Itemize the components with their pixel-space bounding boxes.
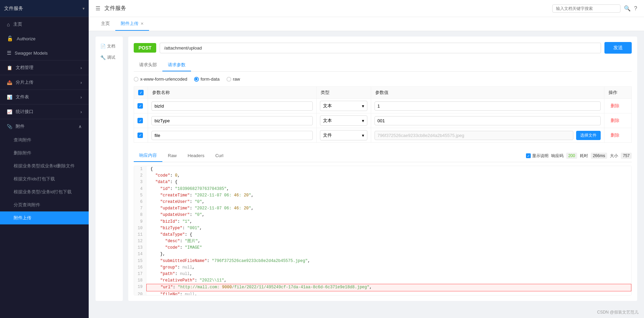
code-line: 20 "fileNo": null, xyxy=(134,291,631,295)
sidebar-group-file-table-header[interactable]: 📊 文件表 › xyxy=(0,90,89,104)
line-number: 13 xyxy=(134,245,146,251)
sidebar-group-label: 统计接口 xyxy=(16,109,33,115)
line-content: "url": "http://mall.com: 9000/file/2022/… xyxy=(146,284,631,291)
tab-close-icon[interactable]: ✕ xyxy=(141,22,144,26)
line-content: "path": null, xyxy=(146,271,631,277)
param-value-input[interactable] xyxy=(375,116,601,125)
sidebar-item-query-attachment[interactable]: 查询附件 xyxy=(0,134,89,147)
param-value-input[interactable] xyxy=(375,101,601,111)
col-param-name: 参数名称 xyxy=(148,87,317,99)
tab-attachment-upload[interactable]: 附件上传 ✕ xyxy=(115,17,149,31)
chevron-up-icon: ∧ xyxy=(78,124,82,129)
line-content: "relativePath": "2022\\11", xyxy=(146,277,631,284)
main-area: ☰ 文件服务 🔍 ? 主页 附件上传 ✕ 📄 文档 🔧 xyxy=(89,0,644,318)
tab-home[interactable]: 主页 xyxy=(96,17,115,31)
send-button[interactable]: 发送 xyxy=(604,42,632,54)
content-sidebar-debug[interactable]: 🔧 调试 xyxy=(98,52,120,63)
content-sidebar-doc[interactable]: 📄 文档 xyxy=(98,41,120,52)
line-content: "code": "IMAGE" xyxy=(146,245,631,251)
line-number: 20 xyxy=(134,291,146,295)
show-desc-checkbox[interactable] xyxy=(526,153,531,158)
param-file-value[interactable] xyxy=(375,131,573,140)
sidebar-item-page-query[interactable]: 分页查询附件 xyxy=(0,198,89,211)
line-content: "data": { xyxy=(146,179,631,185)
chevron-down-icon: ▾ xyxy=(362,118,364,123)
response-tab-headers[interactable]: Headers xyxy=(182,150,210,162)
response-code-label: 响应码 xyxy=(551,153,564,159)
line-number: 1 xyxy=(134,166,146,172)
code-line: 11 "dataType": { xyxy=(134,232,631,238)
row-checkbox[interactable] xyxy=(137,133,143,138)
param-type-select[interactable]: 文件▾ xyxy=(320,130,367,140)
sidebar-item-delete-attachment[interactable]: 删除附件 xyxy=(0,147,89,160)
sidebar-group-label: 文件表 xyxy=(16,94,29,100)
param-name-input[interactable] xyxy=(151,116,313,125)
code-line: 8 "updateUser": "0", xyxy=(134,212,631,218)
line-content: { xyxy=(146,166,631,172)
row-checkbox[interactable] xyxy=(137,118,143,123)
sidebar-service-selector[interactable]: 文件服务 ▾ xyxy=(0,0,89,17)
code-line: 4 "id": "1039068270763704385", xyxy=(134,186,631,192)
delete-row-button[interactable]: 删除 xyxy=(608,102,622,110)
code-line: 5 "createTime": "2022-11-07 06: 46: 20", xyxy=(134,192,631,199)
chevron-right-icon: › xyxy=(80,65,82,70)
search-input[interactable] xyxy=(552,4,620,13)
sub-tab-params[interactable]: 请求参数 xyxy=(162,59,191,71)
delete-row-button[interactable]: 删除 xyxy=(608,131,622,139)
line-number: 16 xyxy=(134,264,146,271)
line-content: "fileNo": null, xyxy=(146,291,631,295)
topbar-right: 🔍 ? xyxy=(552,4,637,13)
sidebar-item-swagger-models[interactable]: ☰ Swagger Models xyxy=(0,46,89,60)
select-all-checkbox[interactable] xyxy=(138,90,144,95)
sidebar-group-chunk-upload-header[interactable]: 📤 分片上传 › xyxy=(0,75,89,89)
sub-tab-headers[interactable]: 请求头部 xyxy=(134,59,162,71)
sidebar-item-authorize[interactable]: 🔓 Authorize xyxy=(0,31,89,46)
search-icon[interactable]: 🔍 xyxy=(624,5,631,12)
sidebar-group-attachment-header[interactable]: 📎 附件 ∧ xyxy=(0,119,89,134)
response-time-value: 266ms xyxy=(591,153,607,159)
watermark: CSDN @假装文艺范儿 xyxy=(597,309,639,315)
line-content: "dataType": { xyxy=(146,232,631,238)
sidebar-item-batch-download-biz[interactable]: 根据业务类型/业务id打包下载 xyxy=(0,185,89,198)
response-tabs: 响应内容 Raw Headers Curl xyxy=(134,150,632,162)
line-content: "updateUser": "0", xyxy=(146,212,631,218)
endpoint-url-input[interactable] xyxy=(160,43,601,53)
line-content: "code": 0, xyxy=(146,172,631,179)
radio-x-www[interactable]: x-www-form-urlencoded xyxy=(134,77,187,82)
code-line: 1{ xyxy=(134,166,631,172)
sidebar-item-delete-by-biz[interactable]: 根据业务类型或业务id删除文件 xyxy=(0,160,89,172)
response-tab-body[interactable]: 响应内容 xyxy=(134,150,162,162)
line-number: 7 xyxy=(134,205,146,212)
param-type-select[interactable]: 文本▾ xyxy=(320,115,367,126)
param-type-select[interactable]: 文本▾ xyxy=(320,101,367,111)
param-name-input[interactable] xyxy=(151,101,313,111)
sidebar-item-batch-download[interactable]: 根据文件ids打包下载 xyxy=(0,172,89,185)
line-content: "updateTime": "2022-11-07 06: 46: 20", xyxy=(146,205,631,212)
radio-form-data[interactable]: form-data xyxy=(194,77,220,82)
chevron-right-icon: › xyxy=(80,80,82,85)
radio-raw[interactable]: raw xyxy=(226,77,240,82)
show-desc[interactable]: 显示说明 xyxy=(526,153,548,159)
sidebar-group-stats-header[interactable]: 📈 统计接口 › xyxy=(0,105,89,119)
code-line: 19 "url": "http://mall.com: 9000/file/20… xyxy=(134,284,631,291)
code-line: 15 "submittedFileName": "796f372526cae92… xyxy=(134,258,631,264)
response-meta: 显示说明 响应码 200 耗时 266ms 大小 757 xyxy=(526,153,632,159)
menu-icon[interactable]: ☰ xyxy=(96,5,100,12)
delete-row-button[interactable]: 删除 xyxy=(608,116,622,124)
sidebar-group-doc-mgmt-header[interactable]: 📋 文档管理 › xyxy=(0,60,89,75)
row-checkbox[interactable] xyxy=(137,103,143,109)
sidebar-item-home[interactable]: ⌂ 主页 xyxy=(0,17,89,31)
col-check xyxy=(134,87,148,99)
param-name-input[interactable] xyxy=(151,131,313,140)
line-number: 15 xyxy=(134,258,146,264)
help-icon[interactable]: ? xyxy=(634,5,637,12)
line-content: "submittedFileName": "796f372526cae9233c… xyxy=(146,258,631,264)
sidebar-item-label: Swagger Models xyxy=(15,51,48,56)
radio-circle-form-data xyxy=(194,77,199,82)
response-tab-curl[interactable]: Curl xyxy=(210,150,229,162)
params-table: 参数名称 类型 参数值 操作 文本▾删除文本▾删除文件▾选择文件删除 xyxy=(134,86,632,143)
table-row: 文本▾删除 xyxy=(134,113,632,128)
choose-file-button[interactable]: 选择文件 xyxy=(576,131,601,140)
response-tab-raw[interactable]: Raw xyxy=(162,150,182,162)
sidebar-item-attachment-upload[interactable]: 附件上传 xyxy=(0,211,89,224)
